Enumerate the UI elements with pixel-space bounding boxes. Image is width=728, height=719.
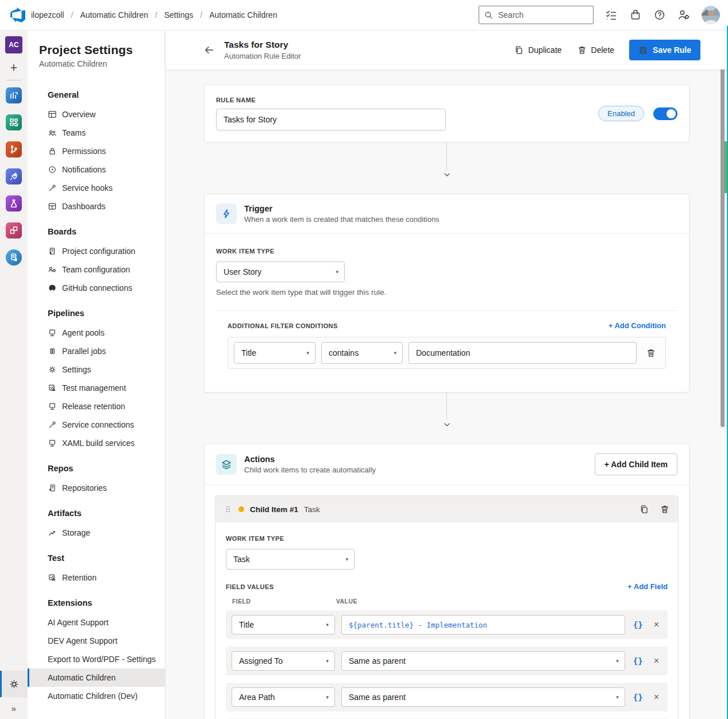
sidebar-item-ai-agent-support[interactable]: AI Agent Support [28, 613, 165, 632]
project-docs-nav-icon[interactable] [6, 249, 22, 266]
duplicate-child-icon[interactable] [639, 504, 649, 514]
sidebar-item-storage[interactable]: Storage [28, 524, 165, 542]
drag-handle-icon[interactable] [224, 505, 233, 514]
field-value-text: Same as parent [349, 693, 406, 702]
breadcrumb: ilopezcoll/Automatic Children/Settings/A… [31, 10, 277, 20]
repos-nav-icon[interactable] [6, 141, 22, 157]
sidebar-item-label: Service hooks [62, 183, 113, 193]
field-value-dropdown[interactable]: Same as parent▾ [341, 651, 625, 671]
delete-button[interactable]: Delete [577, 45, 614, 55]
sidebar-item-repositories[interactable]: Repositories [28, 479, 165, 497]
add-field-button[interactable]: + Add Field [627, 582, 668, 591]
sidebar-item-export-to-word-pdf-settings[interactable]: Export to Word/PDF - Settings [28, 650, 165, 668]
marketplace-bag-icon[interactable] [629, 9, 642, 21]
breadcrumb-item-ilopezcoll[interactable]: ilopezcoll [31, 10, 64, 20]
user-settings-icon[interactable] [677, 9, 690, 21]
sidebar-item-retention[interactable]: Retention [28, 568, 165, 587]
breadcrumb-item-automatic-children[interactable]: Automatic Children [80, 10, 148, 20]
rail-divider [7, 80, 21, 80]
add-child-item-button[interactable]: + Add Child Item [595, 453, 677, 475]
sidebar-item-label: Project configuration [62, 247, 136, 256]
sidebar-item-project-configuration[interactable]: Project configuration [28, 242, 165, 260]
sidebar-item-label: Dashboards [62, 202, 106, 211]
dashboard-icon [48, 202, 57, 211]
delete-condition-button[interactable] [642, 348, 660, 358]
insert-variable-button[interactable]: {} [631, 656, 645, 666]
add-project-icon[interactable]: + [10, 61, 18, 74]
boards-nav-icon[interactable] [6, 114, 22, 130]
pipelines-nav-icon[interactable] [6, 168, 22, 184]
sidebar-item-teams[interactable]: Teams [28, 124, 165, 142]
condition-field-dropdown[interactable]: Title ▾ [234, 342, 315, 364]
sidebar-item-parallel-jobs[interactable]: Parallel jobs [28, 342, 165, 360]
rule-enabled-toggle[interactable] [653, 107, 677, 120]
breadcrumb-item-automatic-children[interactable]: Automatic Children [209, 10, 277, 20]
artifacts-nav-icon[interactable] [6, 222, 22, 239]
sidebar-item-notifications[interactable]: Notifications [28, 160, 165, 179]
condition-row: Title ▾ contains ▾ [228, 337, 666, 369]
test-plans-glyph [8, 198, 20, 209]
breadcrumb-item-settings[interactable]: Settings [164, 10, 194, 20]
sidebar-section-general: General [28, 79, 165, 105]
search-input[interactable] [498, 10, 579, 20]
save-rule-button[interactable]: Save Rule [629, 40, 700, 60]
duplicate-button[interactable]: Duplicate [514, 45, 561, 55]
sidebar-item-label: Overview [62, 110, 95, 119]
insert-variable-button[interactable]: {} [631, 620, 645, 629]
sidebar-item-dashboards[interactable]: Dashboards [28, 197, 165, 216]
field-value-dropdown[interactable]: Same as parent▾ [341, 687, 625, 707]
insert-variable-button[interactable]: {} [631, 693, 645, 702]
child-item-card: Child Item #1 Task WORK ITEM TYPE Task [215, 495, 679, 719]
add-condition-button[interactable]: + Add Condition [608, 321, 666, 330]
field-value-input[interactable] [341, 615, 625, 635]
parallel-icon [48, 347, 57, 356]
trigger-work-item-type-dropdown[interactable]: User Story ▾ [216, 262, 345, 282]
azure-devops-logo-icon[interactable] [10, 7, 25, 22]
sidebar-item-team-configuration[interactable]: Team configuration [28, 260, 165, 279]
field-value-column-headers: FIELD VALUE [226, 598, 668, 605]
remove-field-button[interactable]: × [651, 692, 662, 702]
avatar[interactable] [702, 6, 720, 24]
sidebar-item-service-connections[interactable]: Service connections [28, 416, 165, 434]
sidebar-item-release-retention[interactable]: Release retention [28, 397, 165, 416]
field-name-dropdown[interactable]: Assigned To▾ [232, 651, 335, 671]
collapse-chevron-icon[interactable] [442, 170, 452, 179]
sidebar-item-overview[interactable]: Overview [28, 105, 165, 124]
chevron-down-icon: ▾ [336, 269, 338, 275]
tasklist-icon[interactable] [605, 9, 618, 21]
expand-rail-icon[interactable]: » [0, 697, 28, 719]
sidebar-item-test-management[interactable]: Test management [28, 379, 165, 397]
delete-child-icon[interactable] [660, 504, 670, 514]
editor-header: Tasks for Story Automation Rule Editor D… [165, 30, 728, 70]
sidebar-item-automatic-children-dev[interactable]: Automatic Children (Dev) [28, 687, 165, 705]
trigger-helper-text: Select the work item type that will trig… [216, 288, 677, 297]
summary-nav-icon[interactable] [6, 87, 22, 103]
remove-field-button[interactable]: × [651, 620, 662, 630]
back-button[interactable] [201, 42, 217, 58]
sidebar-item-automatic-children[interactable]: Automatic Children [28, 668, 165, 687]
sidebar-item-xaml-build-services[interactable]: XAML build services [28, 434, 165, 452]
sidebar-item-agent-pools[interactable]: Agent pools [28, 324, 165, 342]
project-avatar[interactable]: AC [5, 36, 22, 53]
condition-value-input[interactable] [409, 342, 637, 364]
scrollbar-thumb[interactable] [721, 66, 725, 427]
condition-operator-dropdown[interactable]: contains ▾ [321, 342, 403, 364]
child-work-item-type-dropdown[interactable]: Task ▾ [226, 549, 355, 570]
sidebar-item-settings[interactable]: Settings [28, 360, 165, 379]
sidebar-item-dev-agent-support[interactable]: DEV Agent Support [28, 632, 165, 650]
field-name-dropdown[interactable]: Area Path▾ [232, 687, 335, 707]
sidebar-item-github-connections[interactable]: GitHub connections [28, 279, 165, 297]
sidebar-section-artifacts: Artifacts [28, 497, 165, 524]
agent-icon [48, 439, 57, 448]
search-box[interactable] [479, 6, 594, 24]
test-plans-nav-icon[interactable] [6, 195, 22, 212]
remove-field-button[interactable]: × [651, 656, 662, 666]
project-settings-gear-icon[interactable] [0, 671, 28, 697]
field-name-dropdown[interactable]: Title▾ [232, 615, 335, 635]
collapse-chevron-icon[interactable] [442, 420, 452, 429]
sidebar-item-service-hooks[interactable]: Service hooks [28, 179, 165, 197]
sidebar-item-permissions[interactable]: Permissions [28, 142, 165, 160]
help-icon[interactable] [653, 9, 666, 21]
sidebar-item-label: Service connections [62, 420, 134, 429]
rule-name-input[interactable] [216, 109, 446, 130]
